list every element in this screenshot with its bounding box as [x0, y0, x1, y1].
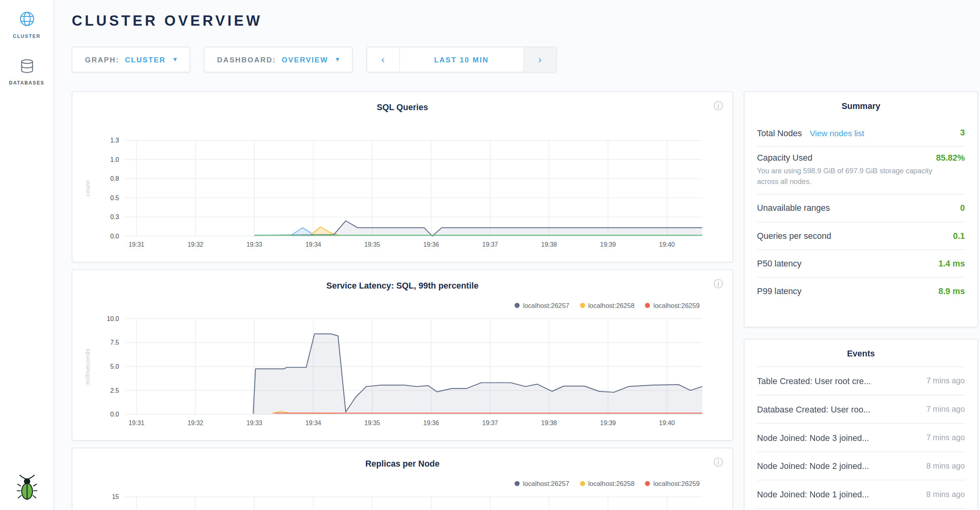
legend-label: localhost:26257	[523, 480, 569, 487]
svg-text:19:39: 19:39	[600, 420, 616, 426]
svg-text:19:34: 19:34	[306, 241, 321, 248]
svg-text:19:38: 19:38	[541, 241, 557, 248]
svg-text:19:35: 19:35	[364, 420, 380, 426]
legend-item[interactable]: localhost:26259	[645, 302, 700, 309]
svg-text:19:40: 19:40	[659, 420, 675, 426]
svg-text:1.0: 1.0	[110, 156, 119, 163]
service-latency-chart-card: 19:3119:3219:3319:3419:3519:3619:3719:38…	[72, 270, 733, 441]
time-range-selector: ‹ LAST 10 MIN ›	[366, 47, 557, 72]
graph-selector-label: GRAPH:	[85, 56, 119, 63]
sidebar-item-databases[interactable]: DATABASES	[0, 58, 54, 86]
events-title: Events	[744, 339, 977, 367]
cockroach-logo	[0, 474, 54, 504]
svg-text:19:36: 19:36	[423, 420, 439, 426]
toolbar: GRAPH: CLUSTER ▾ DASHBOARD: OVERVIEW ▾ ‹…	[72, 47, 557, 72]
capacity-caption: You are using 598.9 GiB of 697.9 GiB sto…	[757, 166, 946, 187]
svg-text:10.0: 10.0	[107, 315, 119, 322]
legend-item[interactable]: localhost:26259	[645, 480, 700, 487]
svg-text:19:32: 19:32	[188, 241, 203, 248]
graph-selector-dropdown[interactable]: GRAPH: CLUSTER ▾	[72, 47, 190, 72]
view-nodes-list-link[interactable]: View nodes list	[810, 128, 864, 138]
svg-text:1.3: 1.3	[110, 137, 119, 144]
replicas-per-node-chart[interactable]: 19:3119:3219:3319:3419:3519:3619:3719:38…	[72, 448, 732, 510]
svg-text:count: count	[84, 180, 91, 196]
info-icon[interactable]: ⓘ	[713, 279, 723, 289]
summary-value: 8.9 ms	[939, 287, 965, 296]
dashboard-selector-label: DASHBOARD:	[217, 56, 276, 63]
legend-item[interactable]: localhost:26258	[580, 302, 635, 309]
svg-text:19:32: 19:32	[188, 420, 203, 426]
page-title: CLUSTER OVERVIEW	[72, 13, 263, 30]
summary-label: Queries per second	[757, 231, 831, 241]
svg-text:15: 15	[112, 493, 119, 500]
legend-dot-icon	[645, 303, 650, 308]
summary-label: Unavailable ranges	[757, 204, 830, 213]
legend-label: localhost:26257	[523, 302, 569, 309]
sidebar-item-label: DATABASES	[0, 80, 54, 86]
svg-text:0.0: 0.0	[110, 411, 119, 418]
databases-icon	[19, 58, 35, 77]
legend-item[interactable]: localhost:26257	[515, 302, 569, 309]
service-latency-chart[interactable]: 19:3119:3219:3319:3419:3519:3619:3719:38…	[72, 270, 732, 440]
summary-label: P99 latency	[757, 287, 802, 296]
time-range-next-button[interactable]: ›	[523, 47, 556, 72]
summary-row-p99-latency: P99 latency 8.9 ms	[757, 278, 965, 305]
svg-text:19:37: 19:37	[482, 420, 498, 426]
summary-value: 3	[960, 128, 965, 137]
event-row: Node Joined: Node 1 joined... 8 mins ago	[757, 480, 965, 509]
svg-text:19:39: 19:39	[600, 241, 616, 248]
legend-label: localhost:26259	[653, 302, 700, 309]
svg-text:0.8: 0.8	[110, 175, 119, 182]
event-text: Table Created: User root cre...	[757, 376, 871, 386]
event-row: Node Joined: Node 2 joined... 8 mins ago	[757, 452, 965, 480]
sidebar-item-cluster[interactable]: CLUSTER	[0, 10, 54, 39]
svg-text:7.5: 7.5	[110, 339, 119, 346]
summary-row-total-nodes: Total Nodes View nodes list 3	[757, 119, 965, 146]
info-icon[interactable]: ⓘ	[713, 101, 723, 110]
chart-legend: localhost:26257localhost:26258localhost:…	[515, 302, 700, 309]
event-text: Database Created: User roo...	[757, 405, 870, 414]
svg-text:19:35: 19:35	[364, 241, 380, 248]
time-range-prev-button[interactable]: ‹	[367, 47, 400, 72]
legend-item[interactable]: localhost:26257	[515, 480, 569, 487]
dashboard-selector-value: OVERVIEW	[282, 56, 329, 63]
globe-icon	[18, 10, 36, 30]
summary-value: 1.4 ms	[939, 259, 965, 268]
summary-label: Capacity Used	[757, 153, 812, 163]
event-time: 8 mins ago	[926, 461, 965, 470]
svg-text:19:38: 19:38	[541, 420, 557, 426]
time-range-value[interactable]: LAST 10 MIN	[400, 47, 523, 72]
event-time: 8 mins ago	[926, 490, 965, 499]
caret-down-icon: ▾	[173, 55, 177, 64]
event-row: Node Joined: Node 3 joined... 7 mins ago	[757, 424, 965, 452]
chart-title: SQL Queries	[72, 103, 732, 112]
chart-title: Service Latency: SQL, 99th percentile	[72, 281, 732, 290]
graph-selector-value: CLUSTER	[125, 56, 165, 63]
summary-row-queries-per-second: Queries per second 0.1	[757, 223, 965, 250]
svg-text:19:31: 19:31	[129, 241, 145, 248]
svg-text:19:37: 19:37	[482, 241, 498, 248]
event-time: 7 mins ago	[926, 377, 965, 385]
summary-value: 0.1	[953, 231, 965, 241]
summary-title: Summary	[744, 92, 977, 119]
sidebar-item-label: CLUSTER	[0, 34, 54, 39]
info-icon[interactable]: ⓘ	[713, 457, 723, 467]
summary-row-capacity-used: Capacity Used 85.82% You are using 598.9…	[757, 147, 965, 195]
event-time: 7 mins ago	[926, 405, 965, 414]
legend-dot-icon	[515, 303, 520, 308]
legend-item[interactable]: localhost:26258	[580, 480, 635, 487]
chevron-left-icon: ‹	[381, 54, 385, 65]
summary-row-p50-latency: P50 latency 1.4 ms	[757, 250, 965, 278]
dashboard-selector-dropdown[interactable]: DASHBOARD: OVERVIEW ▾	[204, 47, 352, 72]
sql-queries-chart[interactable]: 19:3119:3219:3319:3419:3519:3619:3719:38…	[72, 92, 732, 262]
svg-text:0.0: 0.0	[110, 233, 119, 240]
events-card: Events Table Created: User root cre... 7…	[744, 339, 978, 510]
summary-label: Total Nodes	[757, 128, 802, 138]
sql-queries-chart-card: 19:3119:3219:3319:3419:3519:3619:3719:38…	[72, 91, 733, 262]
chart-title: Replicas per Node	[72, 459, 732, 469]
summary-row-unavailable-ranges: Unavailable ranges 0	[757, 195, 965, 222]
svg-text:19:36: 19:36	[423, 241, 439, 248]
chevron-right-icon: ›	[538, 54, 541, 65]
cluster-overview-page: CLUSTER DATABASES CLU	[0, 0, 980, 510]
svg-text:19:34: 19:34	[306, 420, 321, 426]
